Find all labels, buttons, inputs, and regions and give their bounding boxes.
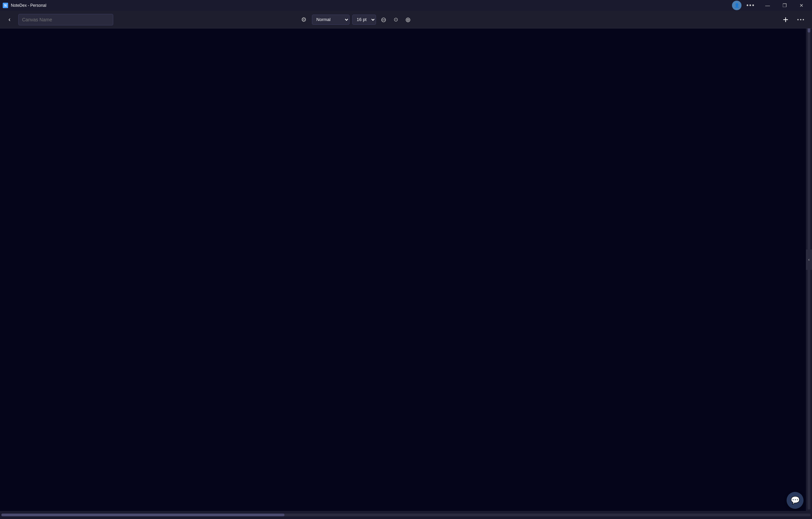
avatar-button[interactable]: 👤 <box>732 1 741 10</box>
reset-zoom-button[interactable]: ⊙ <box>391 15 400 24</box>
toolbar-right: + ••• <box>779 14 808 26</box>
add-button[interactable]: + <box>779 14 792 26</box>
app-title: NoteDex - Personal <box>11 3 46 8</box>
chat-button[interactable]: 💬 <box>787 492 804 509</box>
app-icon: N <box>3 3 8 8</box>
zoom-in-button[interactable]: ⊕ <box>403 15 413 24</box>
bottom-scrollbar-track[interactable] <box>1 514 811 516</box>
minimize-button[interactable]: — <box>760 0 775 11</box>
title-bar-controls: 👤 ••• — ❐ ✕ <box>732 0 809 11</box>
toolbar-center: ⚙ Normal Focus Dark Presentation 12 pt 1… <box>298 14 413 25</box>
more-options-button[interactable]: ••• <box>794 16 808 24</box>
back-button[interactable]: ‹ <box>4 14 15 25</box>
canvas-name-input[interactable] <box>18 14 113 25</box>
close-button[interactable]: ✕ <box>794 0 809 11</box>
chat-icon: 💬 <box>791 496 800 505</box>
zoom-out-button[interactable]: ⊖ <box>379 15 388 24</box>
toolbar: ‹ ⚙ Normal Focus Dark Presentation 12 pt… <box>0 11 812 28</box>
settings-button[interactable]: ⚙ <box>298 14 309 25</box>
chevron-icon: ‹ <box>808 257 810 262</box>
font-size-select[interactable]: 12 pt 14 pt 16 pt 18 pt 20 pt <box>352 15 376 25</box>
bottom-scrollbar-thumb <box>1 514 284 516</box>
title-bar: N NoteDex - Personal 👤 ••• — ❐ ✕ <box>0 0 812 11</box>
canvas-area[interactable] <box>0 28 806 511</box>
title-bar-left: N NoteDex - Personal <box>3 3 46 8</box>
sidebar-toggle-button[interactable]: ‹ <box>806 249 812 270</box>
bottom-scrollbar <box>0 511 812 519</box>
title-bar-more-button[interactable]: ••• <box>743 0 758 11</box>
mode-select[interactable]: Normal Focus Dark Presentation <box>312 15 350 25</box>
restore-button[interactable]: ❐ <box>777 0 792 11</box>
